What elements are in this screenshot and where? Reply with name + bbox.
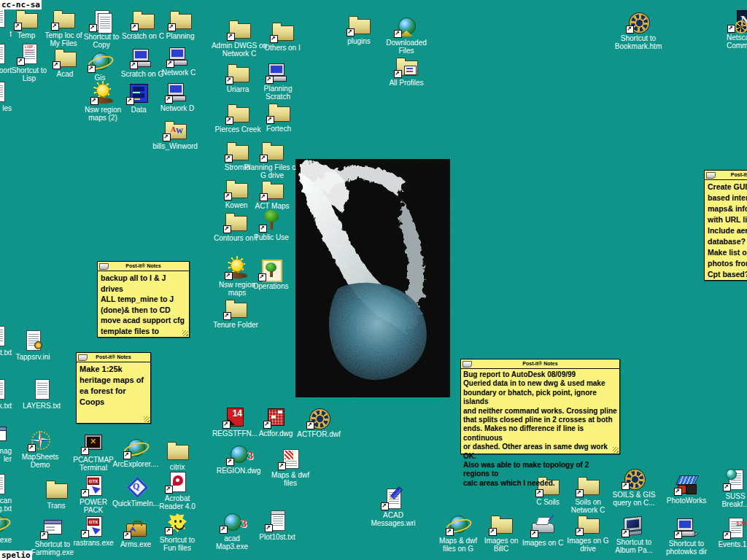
terminal-icon: [80, 432, 107, 454]
desktop-icon-scan-log-txt[interactable]: Scan Log.txt: [0, 472, 13, 513]
postit-note-2[interactable]: Post-it® NotesMake 1:25k heritage maps o…: [76, 352, 151, 424]
smiley-icon: [164, 512, 190, 534]
icon-label: Tenure Folder: [206, 321, 265, 329]
data-icon: [125, 82, 152, 104]
desktop-icon-network-d[interactable]: Network D: [150, 80, 205, 112]
desktop-icon-citrix[interactable]: citrix: [150, 439, 205, 471]
desktop-icon-netsca-communi[interactable]: Netsca Communi: [727, 9, 747, 50]
postit-note-3[interactable]: Post-it® NotesBug report to AutoDesk 08/…: [460, 359, 620, 454]
icon-label: Network D: [150, 104, 205, 112]
case-icon: [123, 516, 149, 539]
desktop-icon-public-use[interactable]: Public Use: [244, 209, 299, 241]
note-body[interactable]: backup all to I & J drives ALL temp_mine…: [98, 271, 189, 338]
note-title: Post-it® Notes: [98, 262, 189, 271]
shortcut-arrow-icon: [40, 532, 48, 540]
icon-label: plugins: [331, 37, 387, 45]
desktop-icon-mapsheets-demo[interactable]: MapSheets Demo: [16, 429, 64, 469]
desktop-icon-shortcut-to-bookmark-htm[interactable]: Shortcut to Bookmark.htm: [608, 10, 669, 50]
folder-icon: [225, 61, 251, 84]
note-body[interactable]: Create GUI m based interfac maps& inform…: [705, 180, 747, 281]
shortcut-arrow-icon: [576, 489, 584, 497]
globe-ring-icon: [123, 436, 149, 459]
desktop-icon-suss-breakf[interactable]: SUSS Breakf...: [708, 468, 747, 508]
note-body[interactable]: Bug report to AutoDesk 08/09/99 Queried …: [461, 369, 619, 489]
desktop-icon-actfor-dwf[interactable]: ACTFOR.dwf: [290, 406, 348, 438]
desktop-icon-images-on-g-drive[interactable]: Images on G drive: [565, 513, 611, 553]
comp-hand-icon: [673, 516, 700, 538]
icon-label: ACTFOR.dwf: [290, 430, 348, 438]
folder-icon: [225, 101, 251, 124]
desktop-icon-acrobat-reader-4-0[interactable]: Acrobat Reader 4.0: [154, 470, 201, 510]
icon-label: Soils on Network C: [565, 498, 611, 514]
note-peel-icon: [78, 354, 88, 361]
desktop-icon-32-exe[interactable]: 32.exe: [0, 512, 13, 544]
desktop-icon-maps-dwf-files-on-g[interactable]: Maps & dwf files on G: [434, 513, 482, 553]
note-body[interactable]: Make 1:25k heritage maps of ea forest fo…: [77, 362, 150, 409]
desktop-icon-bills-winword[interactable]: bills_Winword: [146, 118, 204, 150]
shortcut-arrow-icon: [224, 192, 232, 201]
icon-label: Events.1...: [708, 540, 747, 548]
postit-note-4[interactable]: Post-it® NotesCreate GUI m based interfa…: [704, 170, 747, 281]
desktop-icon-shortcut-to-album-pa[interactable]: Shortcut to Album Pa...: [608, 514, 659, 554]
desktop-icon-maps-dwf-files[interactable]: Maps & dwf files: [268, 447, 312, 487]
desktop-icon-planning-scratch[interactable]: Planning Scratch: [255, 61, 301, 101]
desktop-icon-others-on-i[interactable]: Others on I: [255, 20, 310, 52]
shortcut-arrow-icon: [81, 489, 89, 497]
desktop-icon-region-dwg[interactable]: REGION.dwg: [209, 443, 268, 475]
icon-label: mag ler: [0, 447, 13, 463]
note-titlebar[interactable]: Post-it® Notes: [98, 262, 189, 271]
desktop-icon-tenure-folder[interactable]: Tenure Folder: [206, 297, 265, 329]
corner-label-bottom: spelio: [0, 551, 32, 560]
desktop-icon-k-txt[interactable]: k.txt: [0, 378, 13, 410]
desktop-icon-act-maps[interactable]: ACT Maps: [244, 178, 300, 210]
desktop-icon-acad-messages-wri[interactable]: ACAD Messages.wri: [365, 487, 421, 527]
desktop-icon-layers-txt[interactable]: LAYERS.txt: [14, 378, 69, 410]
note-titlebar[interactable]: Post-it® Notes: [77, 353, 150, 362]
folder-icon: [259, 178, 285, 201]
shortcut-arrow-icon: [260, 193, 268, 201]
shortcut-arrow-icon: [14, 23, 22, 31]
desktop-icon-photoworks[interactable]: PhotoWorks: [659, 472, 714, 505]
desktop-icon-planning[interactable]: Planning: [152, 8, 208, 40]
icon-label: k.txt: [0, 402, 13, 410]
shortcut-arrow-icon: [88, 65, 96, 73]
desktop-icon-fortech[interactable]: Fortech: [251, 101, 306, 133]
icon-label: ACAD Messages.wri: [365, 511, 421, 527]
note-titlebar[interactable]: Post-it® Notes: [461, 359, 619, 369]
shortcut-arrow-icon: [123, 532, 131, 540]
shortcut-arrow-icon: [381, 502, 389, 510]
folder-icon: [575, 513, 601, 535]
shortcut-arrow-icon: [166, 60, 174, 68]
desktop-icon-les[interactable]: les: [0, 80, 13, 112]
netscape-icon: [727, 9, 747, 32]
desktop-icon-shortcut-to-photowks-dir[interactable]: Shortcut to photowks dir: [658, 516, 715, 556]
doc-globe-icon: [722, 468, 747, 491]
desktop-icon-network-c[interactable]: Network C: [151, 44, 206, 77]
desktop-icon-mag-ler[interactable]: mag ler: [0, 423, 13, 463]
desktop-icon-tappsrv-ini[interactable]: Tappsrv.ini: [5, 329, 61, 361]
desktop-icon-all-profiles[interactable]: All Profiles: [379, 55, 434, 87]
icon-label: Scan Log.txt: [0, 497, 13, 513]
postit-note-1[interactable]: Post-it® Notesbackup all to I & J drives…: [97, 261, 190, 338]
shortcut-arrow-icon: [622, 529, 630, 537]
folder-icon: [50, 7, 77, 30]
tree-icon: [258, 209, 285, 232]
icon-label: Public Use: [244, 233, 299, 241]
desktop-icon-operations[interactable]: Operations: [243, 258, 298, 290]
shortcut-arrow-icon: [260, 155, 268, 163]
desktop-icon-plugins[interactable]: plugins: [331, 13, 387, 45]
globe-dl-icon: [393, 15, 419, 37]
desktop-icon-shortcut-to-fun-files[interactable]: Shortcut to Fun files: [154, 512, 201, 552]
desktop-icon-events-1[interactable]: Events.1...: [708, 516, 747, 548]
icon-label: Maps & dwf files on G: [434, 537, 482, 553]
desktop-icon-acad-map3-exe[interactable]: acad Map3.exe: [210, 510, 254, 551]
folder-icon: [222, 297, 249, 319]
desktop-icon-planning-files-on-g-drive[interactable]: Planning Files on G drive: [244, 139, 301, 179]
desktop-icon-plot10st-txt[interactable]: Plot10st.txt: [249, 509, 305, 541]
shortcut-arrow-icon: [220, 526, 228, 534]
shortcut-arrow-icon: [223, 225, 231, 233]
desktop-icon-downloaded-files[interactable]: Downloaded Files: [381, 15, 432, 55]
desktop-icon-images-on-c[interactable]: Images on C: [515, 515, 570, 547]
note-titlebar[interactable]: Post-it® Notes: [705, 171, 747, 180]
monitor3d-icon: [621, 514, 647, 537]
